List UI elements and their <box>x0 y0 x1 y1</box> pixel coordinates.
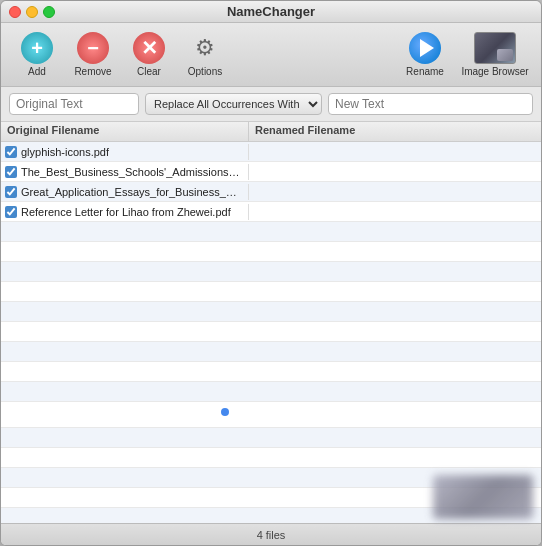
clear-icon: ✕ <box>133 32 165 64</box>
main-window: NameChanger + Add − Remove ✕ Clear ⚙ Opt… <box>0 0 542 546</box>
close-button[interactable] <box>9 6 21 18</box>
cell-original: The_Best_Business_Schools'_Admissions_Se… <box>1 164 249 180</box>
file-name: Reference Letter for Lihao from Zhewei.p… <box>21 206 231 218</box>
cell-renamed <box>249 150 541 154</box>
clear-label: Clear <box>137 66 161 77</box>
empty-table-row <box>1 408 541 428</box>
empty-table-row <box>1 222 541 242</box>
cell-original: Great_Application_Essays_for_Business_Sc… <box>1 184 249 200</box>
file-table: Original Filename Renamed Filename glyph… <box>1 122 541 523</box>
empty-table-row <box>1 262 541 282</box>
original-text-input[interactable] <box>9 93 139 115</box>
rename-label: Rename <box>406 66 444 77</box>
window-title: NameChanger <box>227 4 315 19</box>
table-row[interactable]: glyphish-icons.pdf <box>1 142 541 162</box>
row-checkbox[interactable] <box>5 146 17 158</box>
remove-label: Remove <box>74 66 111 77</box>
col-original-header: Original Filename <box>1 122 249 141</box>
col-renamed-header: Renamed Filename <box>249 122 541 141</box>
table-header: Original Filename Renamed Filename <box>1 122 541 142</box>
table-row[interactable]: Great_Application_Essays_for_Business_Sc… <box>1 182 541 202</box>
add-icon: + <box>21 32 53 64</box>
toolbar: + Add − Remove ✕ Clear ⚙ Options Rename … <box>1 23 541 87</box>
row-checkbox[interactable] <box>5 166 17 178</box>
cell-renamed <box>249 170 541 174</box>
empty-table-row <box>1 448 541 468</box>
maximize-button[interactable] <box>43 6 55 18</box>
empty-table-row <box>1 382 541 402</box>
status-bar: 4 files <box>1 523 541 545</box>
image-browser-button[interactable]: Image Browser <box>459 32 531 77</box>
options-label: Options <box>188 66 222 77</box>
replace-mode-select[interactable]: Replace All Occurrences With <box>145 93 322 115</box>
minimize-button[interactable] <box>26 6 38 18</box>
blurred-thumbnail <box>433 475 533 519</box>
empty-table-row <box>1 362 541 382</box>
blue-dot <box>221 408 229 416</box>
new-text-input[interactable] <box>328 93 533 115</box>
add-button[interactable]: + Add <box>11 29 63 81</box>
remove-button[interactable]: − Remove <box>67 29 119 81</box>
cell-renamed <box>249 190 541 194</box>
file-name: Great_Application_Essays_for_Business_Sc… <box>21 186 244 198</box>
rename-button[interactable]: Rename <box>395 32 455 77</box>
image-browser-icon <box>474 32 516 64</box>
options-button[interactable]: ⚙ Options <box>179 29 231 81</box>
empty-table-row <box>1 302 541 322</box>
cell-original: Reference Letter for Lihao from Zhewei.p… <box>1 204 249 220</box>
empty-table-row <box>1 342 541 362</box>
row-checkbox[interactable] <box>5 206 17 218</box>
add-label: Add <box>28 66 46 77</box>
table-row[interactable]: The_Best_Business_Schools'_Admissions_Se… <box>1 162 541 182</box>
row-checkbox[interactable] <box>5 186 17 198</box>
search-replace-bar: Replace All Occurrences With <box>1 87 541 122</box>
table-row[interactable]: Reference Letter for Lihao from Zhewei.p… <box>1 202 541 222</box>
window-controls <box>9 6 55 18</box>
empty-table-row <box>1 428 541 448</box>
gear-icon: ⚙ <box>189 32 221 64</box>
title-bar: NameChanger <box>1 1 541 23</box>
table-body: glyphish-icons.pdfThe_Best_Business_Scho… <box>1 142 541 523</box>
empty-table-row <box>1 322 541 342</box>
file-name: The_Best_Business_Schools'_Admissions_Se… <box>21 166 244 178</box>
empty-table-row <box>1 282 541 302</box>
file-name: glyphish-icons.pdf <box>21 146 109 158</box>
remove-icon: − <box>77 32 109 64</box>
empty-table-row <box>1 242 541 262</box>
clear-button[interactable]: ✕ Clear <box>123 29 175 81</box>
cell-original: glyphish-icons.pdf <box>1 144 249 160</box>
cell-renamed <box>249 210 541 214</box>
file-count: 4 files <box>257 529 286 541</box>
rename-icon <box>409 32 441 64</box>
image-browser-label: Image Browser <box>461 66 528 77</box>
